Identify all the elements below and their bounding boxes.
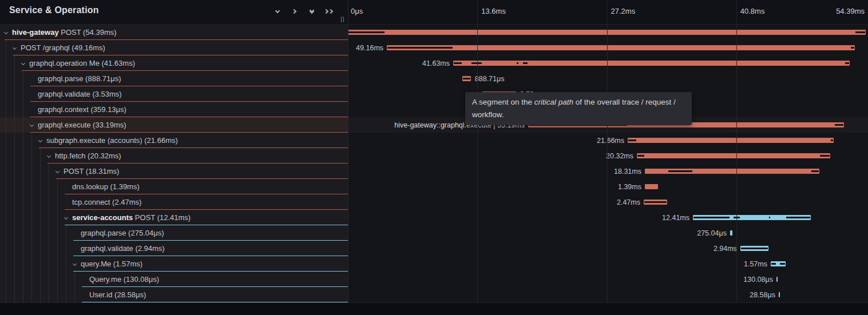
critical-path-segment[interactable] xyxy=(693,217,730,218)
critical-path-segment[interactable] xyxy=(471,62,482,64)
critical-path-segment[interactable] xyxy=(454,62,462,64)
critical-path-segment[interactable] xyxy=(628,139,636,141)
operation-name: POST (12.41ms) xyxy=(135,213,191,222)
operation-name: graphql.execute (33.19ms) xyxy=(38,121,126,129)
indent-guide xyxy=(6,256,6,272)
span-tree-row[interactable]: POST /graphql (49.16ms) xyxy=(0,40,348,55)
operation-name: graphql.parse (275.04μs) xyxy=(81,229,164,237)
panel-resize-handle[interactable]: || xyxy=(338,15,347,23)
span-tree-row[interactable]: POST (18.31ms) xyxy=(0,164,348,179)
span-tree-row[interactable]: graphql.execute (33.19ms) xyxy=(0,117,348,133)
expand-all-icon[interactable] xyxy=(325,7,333,15)
critical-path-segment[interactable] xyxy=(780,263,785,265)
indent-guide xyxy=(23,210,23,225)
span-tree-row[interactable]: service-accounts POST (12.41ms) xyxy=(0,210,348,225)
chevron-down-icon[interactable] xyxy=(30,123,34,127)
span-bar[interactable] xyxy=(628,138,834,143)
chevron-down-icon[interactable] xyxy=(56,169,60,173)
collapse-one-level-icon[interactable] xyxy=(274,7,282,15)
indent-guide xyxy=(14,194,15,210)
indent-guide xyxy=(23,241,23,256)
span-tree-row[interactable]: hive-gateway POST (54.39ms) xyxy=(0,25,348,40)
span-tree-row[interactable]: graphql.context (359.13μs) xyxy=(0,102,348,117)
span-tree-row[interactable]: User.id (28.58μs) xyxy=(0,287,348,302)
critical-path-segment[interactable] xyxy=(831,139,833,141)
indent-guide xyxy=(6,225,6,241)
critical-path-segment[interactable] xyxy=(820,155,830,157)
timeline-gridline xyxy=(607,0,608,302)
critical-path-segment[interactable] xyxy=(851,47,854,49)
critical-path-segment[interactable] xyxy=(769,217,770,218)
span-bar[interactable] xyxy=(387,45,855,50)
indent-guide xyxy=(6,179,6,194)
critical-path-segment[interactable] xyxy=(644,201,667,203)
span-name-label: graphql.operation Me (41.63ms) xyxy=(29,59,135,67)
service-name: service-accounts xyxy=(72,213,133,222)
critical-path-segment[interactable] xyxy=(786,217,810,218)
span-tree-row[interactable]: Query.me (130.08μs) xyxy=(0,272,348,287)
span-tree-row[interactable]: graphql.validate (2.94ms) xyxy=(0,241,348,256)
indent-guide xyxy=(14,179,15,194)
indent-guide xyxy=(23,194,23,210)
indent-guide xyxy=(23,287,23,302)
critical-path-segment[interactable] xyxy=(741,248,768,249)
critical-path-segment[interactable] xyxy=(387,47,453,49)
critical-path-segment[interactable] xyxy=(835,124,843,126)
chevron-down-icon[interactable] xyxy=(73,262,77,266)
indent-guide xyxy=(14,272,15,287)
indent-guide xyxy=(6,194,6,210)
indent-guide xyxy=(66,256,66,272)
span-bar[interactable] xyxy=(779,292,780,297)
span-bar-row: 28.58μs xyxy=(348,287,868,302)
span-tree-row[interactable]: graphql.operation Me (41.63ms) xyxy=(0,55,348,71)
span-bar[interactable] xyxy=(453,61,850,66)
indent-guide xyxy=(40,194,41,210)
indent-guide xyxy=(31,256,32,272)
critical-path-segment[interactable] xyxy=(811,170,819,172)
span-tree-row[interactable]: dns.lookup (1.39ms) xyxy=(0,179,348,194)
trace-timeline-viewer: Service & Operation || 0μs13.6ms27.2ms40… xyxy=(0,0,868,315)
chevron-down-icon[interactable] xyxy=(13,46,17,50)
critical-path-segment[interactable] xyxy=(637,155,644,157)
critical-path-segment[interactable] xyxy=(668,170,692,172)
collapse-all-icon[interactable] xyxy=(308,7,316,15)
span-tree-row[interactable]: graphql.parse (888.71μs) xyxy=(0,71,348,86)
indent-guide xyxy=(40,256,41,272)
chevron-down-icon[interactable] xyxy=(38,138,42,142)
span-bar[interactable] xyxy=(776,277,778,282)
critical-path-segment[interactable] xyxy=(523,62,528,64)
indent-guide xyxy=(14,71,15,86)
chevron-down-icon[interactable] xyxy=(64,216,68,220)
span-tree-row[interactable]: tcp.connect (2.47ms) xyxy=(0,194,348,210)
chevron-down-icon[interactable] xyxy=(4,30,8,34)
indent-guide xyxy=(14,210,15,225)
span-bar[interactable] xyxy=(645,184,658,189)
indent-guide xyxy=(49,210,49,225)
ruler-tick-label: 54.39ms xyxy=(836,7,865,15)
span-tree-row[interactable]: query.Me (1.57ms) xyxy=(0,256,348,272)
expand-one-level-icon[interactable] xyxy=(291,7,299,15)
chevron-down-icon[interactable] xyxy=(47,154,51,158)
critical-path-segment[interactable] xyxy=(845,62,849,64)
indent-guide xyxy=(40,148,41,164)
chevron-down-icon[interactable] xyxy=(21,61,25,65)
span-tree-row[interactable]: graphql.parse (275.04μs) xyxy=(0,225,348,241)
critical-path-segment[interactable] xyxy=(855,31,865,33)
indent-guide xyxy=(23,179,23,194)
indent-guide xyxy=(6,241,6,256)
critical-path-segment[interactable] xyxy=(463,78,470,79)
critical-path-segment[interactable] xyxy=(348,31,385,33)
span-tree-row[interactable]: http.fetch (20.32ms) xyxy=(0,148,348,164)
timeline-ruler[interactable]: 0μs13.6ms27.2ms40.8ms54.39ms xyxy=(348,0,868,25)
critical-path-segment[interactable] xyxy=(517,62,518,64)
span-bar[interactable] xyxy=(637,153,830,158)
operation-name: POST (54.39ms) xyxy=(61,28,116,37)
critical-path-segment[interactable] xyxy=(771,263,776,265)
panel-divider[interactable] xyxy=(348,0,348,302)
span-bar[interactable] xyxy=(730,230,733,236)
indent-guide xyxy=(74,272,75,287)
span-tree-row[interactable]: subgraph.execute (accounts) (21.66ms) xyxy=(0,133,348,148)
indent-guide xyxy=(40,225,41,241)
span-name-label: graphql.execute (33.19ms) xyxy=(38,121,126,129)
span-tree-row[interactable]: graphql.validate (3.53ms) xyxy=(0,86,348,102)
